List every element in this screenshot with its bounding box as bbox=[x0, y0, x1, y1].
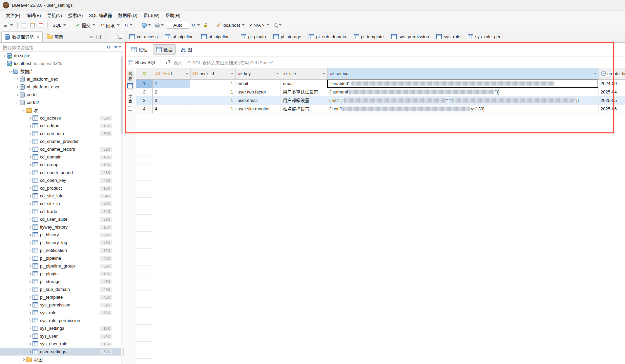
auto-commit-combo[interactable]: Auto bbox=[167, 22, 189, 29]
chevron-right-icon[interactable] bbox=[28, 257, 31, 260]
collapse-all-icon[interactable] bbox=[97, 35, 101, 39]
transaction-log-button[interactable]: T↓ bbox=[123, 22, 134, 28]
tree-item-表[interactable]: 表 bbox=[0, 106, 124, 114]
view-menu-icon[interactable]: ⋮ bbox=[104, 35, 108, 39]
row-number[interactable]: 3 bbox=[136, 97, 153, 105]
open-sql-script-button[interactable] bbox=[29, 22, 36, 28]
row-number[interactable]: 1 bbox=[136, 80, 153, 88]
show-sql-button[interactable]: Show SQL bbox=[128, 60, 156, 65]
editor-tab-pi_sub_domain[interactable]: pi_sub_domain bbox=[305, 32, 350, 41]
tree-item-cd_cname_provider[interactable]: cd_cname_provider bbox=[0, 137, 124, 145]
tree-item-cd_addon[interactable]: cd_addon16K bbox=[0, 122, 124, 130]
tree-item-cd_cert_info[interactable]: cd_cert_info80K bbox=[0, 130, 124, 137]
menu-item[interactable]: SQL 编辑器 bbox=[86, 11, 115, 19]
column-dropdown-icon[interactable] bbox=[322, 73, 325, 74]
chevron-down-icon[interactable] bbox=[22, 109, 25, 112]
column-dropdown-icon[interactable] bbox=[186, 73, 188, 74]
active-database-combo[interactable]: < N/A > bbox=[248, 22, 271, 29]
presentation-tab-网格[interactable]: 网格 bbox=[127, 70, 134, 90]
chevron-right-icon[interactable] bbox=[16, 86, 18, 88]
menu-item[interactable]: 导航(N) bbox=[44, 11, 65, 19]
tree-item-sys_permission[interactable]: sys_permission32K bbox=[0, 301, 124, 309]
results-tab-属性[interactable]: 属性 bbox=[128, 44, 151, 55]
column-dropdown-icon[interactable] bbox=[276, 73, 279, 74]
cell-id[interactable]: 3 bbox=[153, 97, 190, 105]
network-button[interactable] bbox=[140, 22, 152, 29]
column-dropdown-icon[interactable] bbox=[594, 73, 597, 74]
cell-key[interactable]: user.site.monitor bbox=[235, 105, 281, 113]
editor-tab-pi_template[interactable]: pi_template bbox=[350, 32, 388, 41]
tree-item-数据库[interactable]: 数据库 bbox=[0, 67, 124, 75]
editor-tab-pi_plugin[interactable]: pi_plugin bbox=[237, 32, 270, 41]
cell-key[interactable]: user.email bbox=[235, 97, 281, 105]
chevron-right-icon[interactable] bbox=[28, 234, 31, 236]
chevron-right-icon[interactable] bbox=[28, 343, 31, 345]
chevron-right-icon[interactable] bbox=[28, 132, 31, 135]
cell-create_time[interactable]: 2025-05 bbox=[599, 97, 625, 105]
tree-item-certd2[interactable]: certd2 bbox=[0, 99, 124, 106]
tree-item-cd_domain[interactable]: cd_domain48K bbox=[0, 153, 124, 161]
tree-item-sys_role_permission[interactable]: sys_role_permission bbox=[0, 317, 124, 324]
chevron-right-icon[interactable] bbox=[28, 156, 31, 158]
sql-filter-input[interactable]: 输入一个 SQL 表达式来过滤结果 (使用 Ctrl+Space) bbox=[173, 59, 273, 66]
tree-item-cd_trade[interactable]: cd_trade64K bbox=[0, 208, 124, 215]
new-connection-button[interactable] bbox=[3, 22, 14, 28]
tree-item-cd_open_key[interactable]: cd_open_key48K bbox=[0, 176, 124, 184]
grid-corner-cell[interactable] bbox=[136, 68, 153, 79]
chevron-right-icon[interactable] bbox=[16, 93, 18, 96]
presentation-tab-文本[interactable]: 文本 bbox=[127, 93, 134, 112]
chevron-right-icon[interactable] bbox=[3, 55, 5, 57]
menu-item[interactable]: 窗口(W) bbox=[141, 11, 163, 19]
chevron-right-icon[interactable] bbox=[28, 241, 31, 244]
chevron-down-icon[interactable] bbox=[3, 62, 5, 65]
rollback-button[interactable]: ↶回滚 bbox=[99, 21, 121, 29]
maximize-icon[interactable] bbox=[119, 35, 122, 39]
chevron-right-icon[interactable] bbox=[28, 226, 31, 229]
menu-item[interactable]: 编辑(E) bbox=[23, 11, 44, 19]
chevron-right-icon[interactable] bbox=[22, 358, 25, 361]
tree-item-pi_sub_domain[interactable]: pi_sub_domain48K bbox=[0, 285, 124, 293]
active-connection-combo[interactable]: localhost bbox=[215, 22, 246, 29]
cell-id[interactable]: 4 bbox=[153, 105, 190, 113]
chevron-right-icon[interactable] bbox=[28, 210, 31, 213]
cell-setting[interactable]: {"authenti"}} bbox=[327, 88, 599, 97]
tree-item-cd_site_info[interactable]: cd_site_info64K bbox=[0, 192, 124, 200]
row-number[interactable]: 2 bbox=[136, 88, 153, 97]
editor-tab-pi_storage[interactable]: pi_storage bbox=[270, 32, 305, 41]
tree-item-user_settings[interactable]: user_settings32K bbox=[0, 348, 124, 356]
tree-item-sys_user[interactable]: sys_user64K bbox=[0, 332, 124, 340]
cell-title[interactable]: 站点监控设置 bbox=[281, 105, 327, 113]
cell-create_time[interactable]: 2025-06 bbox=[599, 105, 625, 113]
tree-item-pi_template[interactable]: pi_template48K bbox=[0, 293, 124, 301]
search-button[interactable] bbox=[273, 22, 283, 28]
cell-user_id[interactable]: 1 bbox=[190, 80, 235, 88]
tree-item-cd_product[interactable]: cd_product16K bbox=[0, 184, 124, 192]
cell-key[interactable]: email bbox=[235, 80, 281, 88]
tree-item-ai_platform_dex[interactable]: ai_platform_dex bbox=[0, 75, 124, 83]
chevron-right-icon[interactable] bbox=[28, 218, 31, 221]
chevron-right-icon[interactable] bbox=[28, 140, 31, 143]
cell-create_time[interactable]: 2024-09 bbox=[599, 80, 625, 88]
cell-user_id[interactable]: 1 bbox=[190, 97, 235, 105]
recent-sql-button[interactable] bbox=[38, 22, 44, 28]
cell-setting[interactable]: {"list":["" ""]} bbox=[327, 97, 599, 105]
chevron-right-icon[interactable] bbox=[28, 148, 31, 151]
tree-item-pi_plugin[interactable]: pi_plugin16K bbox=[0, 270, 124, 278]
results-tab-数据[interactable]: 数据 bbox=[153, 44, 176, 55]
tree-item-cd_access[interactable]: cd_access32K bbox=[0, 114, 124, 122]
chevron-right-icon[interactable] bbox=[28, 327, 31, 330]
tree-item-pi_history[interactable]: pi_history32K bbox=[0, 231, 124, 239]
tree-item-ai_platform_user[interactable]: ai_platform_user bbox=[0, 83, 124, 91]
refresh-button[interactable]: ⟳ bbox=[191, 22, 201, 28]
chevron-down-icon[interactable] bbox=[16, 101, 18, 104]
chevron-right-icon[interactable] bbox=[28, 171, 31, 174]
tree-item-flyway_history[interactable]: flyway_history16K bbox=[0, 223, 124, 231]
column-header-key[interactable]: AZkey bbox=[236, 68, 281, 79]
menu-item[interactable]: 数据库(D) bbox=[115, 11, 141, 19]
cell-title[interactable]: 用户多重认证设置 bbox=[281, 88, 327, 97]
cell-title[interactable]: 用户邮箱设置 bbox=[281, 97, 327, 105]
tree-item-cd_cname_record[interactable]: cd_cname_record32K bbox=[0, 145, 124, 153]
chevron-right-icon[interactable] bbox=[28, 350, 31, 353]
cell-id[interactable]: 2 bbox=[153, 88, 190, 97]
tree-item-pi_storage[interactable]: pi_storage48K bbox=[0, 278, 124, 285]
